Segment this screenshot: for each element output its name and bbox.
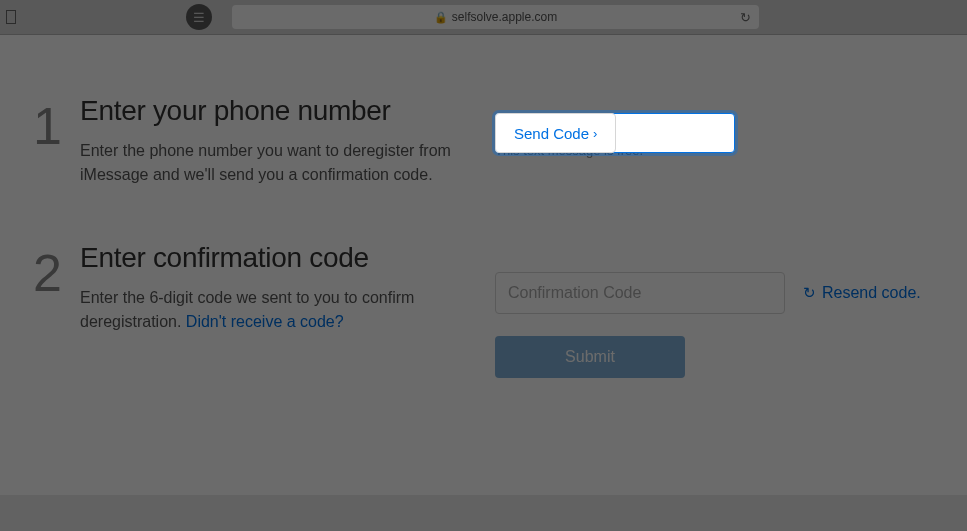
reader-button[interactable]: ☰ [186,4,212,30]
page-content: 1 Enter your phone number Enter the phon… [0,35,967,495]
tab-icon [6,10,16,24]
step-2: 2 Enter confirmation code Enter the 6-di… [20,242,947,378]
step1-title: Enter your phone number [80,95,495,127]
send-code-button[interactable]: Send Code › [495,113,616,153]
lock-icon: 🔒 [434,11,448,24]
step2-description: Enter the 6-digit code we sent to you to… [80,286,495,334]
step-1: 1 Enter your phone number Enter the phon… [20,95,947,187]
reader-icon: ☰ [193,10,205,25]
no-code-link[interactable]: Didn't receive a code? [186,313,344,330]
footer [0,495,967,531]
resend-code-link[interactable]: ↻ Resend code. [803,284,921,302]
refresh-icon: ↻ [803,284,816,302]
url-bar[interactable]: 🔒 selfsolve.apple.com ↻ [232,5,759,29]
url-text: selfsolve.apple.com [452,10,557,24]
browser-toolbar: ☰ 🔒 selfsolve.apple.com ↻ [0,0,967,35]
submit-button[interactable]: Submit [495,336,685,378]
resend-label: Resend code. [822,284,921,302]
confirmation-code-input[interactable] [495,272,785,314]
chevron-right-icon: › [593,126,597,141]
step-number-2: 2 [20,247,75,299]
send-code-label: Send Code [514,125,589,142]
step1-description: Enter the phone number you want to dereg… [80,139,495,187]
step-number-1: 1 [20,100,75,152]
reload-icon[interactable]: ↻ [740,10,751,25]
step2-title: Enter confirmation code [80,242,495,274]
